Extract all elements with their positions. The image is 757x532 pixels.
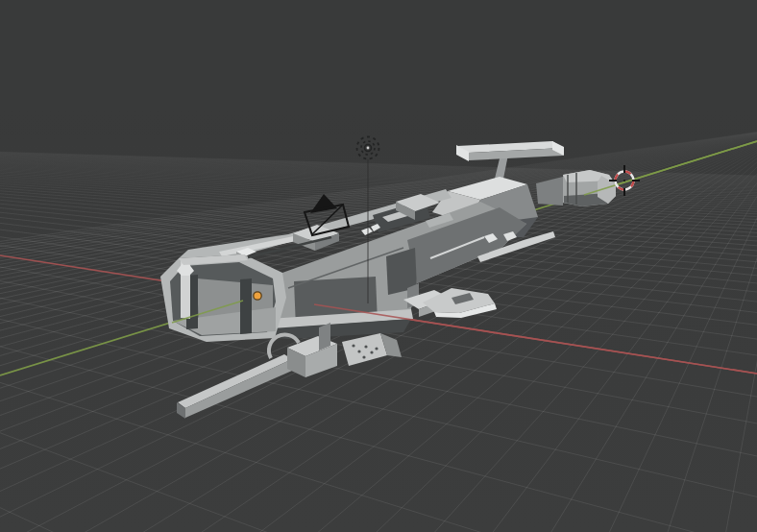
ship-face — [342, 333, 387, 366]
ship-face — [240, 278, 252, 334]
ship-face — [178, 354, 292, 408]
ship-face — [319, 323, 330, 351]
object-origin-dot[interactable] — [254, 292, 261, 300]
viewport-scene — [0, 0, 757, 532]
origin-dot-circle — [254, 292, 261, 300]
blender-3d-viewport[interactable] — [0, 0, 757, 532]
horizon-fade — [0, 0, 757, 238]
